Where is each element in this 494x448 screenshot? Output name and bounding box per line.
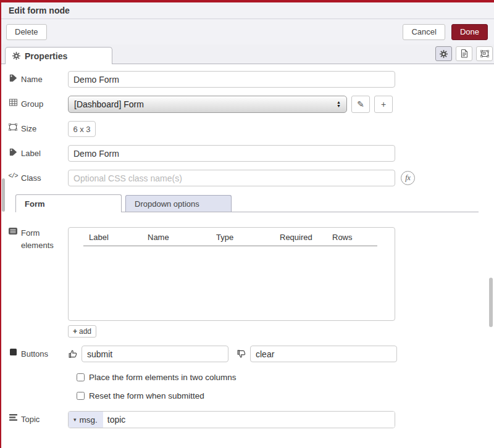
chevron-down-icon: ▾: [73, 417, 77, 423]
layout-view-button[interactable]: [476, 46, 493, 61]
properties-view-button[interactable]: [435, 46, 452, 61]
tab-properties-label: Properties: [25, 51, 67, 61]
square-icon: [9, 349, 17, 355]
subtab-form[interactable]: Form: [15, 194, 122, 212]
tag-icon: [9, 74, 17, 82]
two-columns-checkbox[interactable]: [77, 373, 85, 381]
delete-button[interactable]: Delete: [6, 24, 47, 40]
topic-type-selector[interactable]: ▾ msg.: [69, 412, 103, 428]
object-group-icon: [480, 50, 489, 57]
gear-icon: [12, 52, 20, 60]
edit-group-button[interactable]: ✎: [351, 96, 370, 113]
tab-properties[interactable]: Properties: [5, 47, 112, 64]
field-row-name: Name: [9, 71, 494, 88]
dialog-button-bar: Delete Cancel Done: [0, 19, 494, 44]
column-header: Required: [280, 233, 332, 242]
option-two-columns: Place the form elements in two columns: [77, 373, 494, 382]
thumbs-down-icon: [237, 349, 247, 359]
buttons-label: Buttons: [9, 348, 68, 360]
group-selected-option: [Dashboard] Form: [74, 99, 144, 109]
doc-icon: [461, 49, 468, 58]
topic-typed-input: ▾ msg.: [68, 411, 395, 428]
group-select[interactable]: [Dashboard] Form ▲▼: [68, 96, 347, 113]
column-header: Rows: [332, 233, 369, 242]
topic-type-label: msg.: [80, 415, 98, 425]
table-icon: [9, 99, 17, 106]
topic-input[interactable]: [103, 412, 395, 428]
form-elements-label: Form elements: [9, 227, 68, 251]
label-label: Label: [9, 147, 68, 160]
reset-on-submit-checkbox[interactable]: [77, 392, 85, 400]
field-row-class: </> Class fx: [9, 170, 494, 186]
tab-toolbar: [435, 46, 493, 61]
topic-label: Topic: [9, 413, 68, 426]
done-button[interactable]: Done: [451, 24, 488, 40]
tag-icon: [9, 148, 17, 156]
clear-button-label-input[interactable]: [250, 346, 397, 362]
size-label: Size: [9, 123, 68, 135]
class-label: </> Class: [9, 172, 68, 185]
dialog-title: Edit form node: [0, 2, 494, 19]
form-elements-editor: Label Name Type Required Rows + add: [68, 227, 395, 338]
submit-button-label-input[interactable]: [82, 346, 228, 362]
column-header: Type: [216, 233, 280, 242]
column-header: Name: [148, 233, 216, 242]
option-reset-on-submit: Reset the form when submitted: [77, 391, 494, 400]
properties-panel: Name Group [Dashboard] Form ▲▼ ✎ + Size …: [0, 64, 494, 428]
thumbs-up-icon: [68, 349, 78, 359]
plus-icon: +: [73, 327, 77, 336]
class-input[interactable]: [68, 170, 395, 186]
select-arrows-icon: ▲▼: [337, 101, 341, 108]
subtab-dropdown-options[interactable]: Dropdown options: [125, 195, 232, 212]
vertical-scrollbar-thumb[interactable]: [489, 278, 493, 327]
plus-icon: +: [381, 99, 386, 109]
group-label: Group: [9, 98, 68, 110]
column-header: Label: [89, 233, 148, 242]
tray-resize-grip[interactable]: [2, 178, 5, 212]
field-row-label: Label: [9, 145, 494, 162]
reset-on-submit-label: Reset the form when submitted: [89, 391, 204, 400]
gear-icon: [440, 50, 448, 58]
field-row-buttons: Buttons: [9, 346, 494, 362]
size-value-button[interactable]: 6 x 3: [68, 121, 96, 137]
label-input[interactable]: [68, 145, 395, 162]
tray-left-accent-border: [0, 0, 1, 448]
description-view-button[interactable]: [456, 46, 472, 61]
field-row-topic: Topic ▾ msg.: [9, 411, 494, 428]
form-subtab-bar: Form Dropdown options: [15, 194, 479, 212]
name-input[interactable]: [68, 71, 395, 88]
cancel-button[interactable]: Cancel: [403, 24, 445, 40]
add-group-button[interactable]: +: [374, 96, 393, 113]
list-alt-icon: [9, 228, 17, 234]
editor-tab-bar: Properties: [0, 44, 494, 64]
tasks-icon: [9, 414, 17, 421]
add-element-button[interactable]: + add: [68, 325, 96, 338]
code-icon: </>: [9, 173, 17, 180]
form-elements-table-header: Label Name Type Required Rows: [83, 228, 377, 246]
two-columns-label: Place the form elements in two columns: [89, 373, 237, 382]
form-elements-table[interactable]: Label Name Type Required Rows: [68, 227, 395, 321]
object-group-icon: [9, 123, 17, 131]
field-row-form-elements: Form elements Label Name Type Required R…: [9, 227, 494, 338]
pencil-icon: ✎: [357, 99, 364, 109]
expression-fx-button[interactable]: fx: [401, 171, 415, 185]
field-row-size: Size 6 x 3: [9, 121, 494, 137]
field-row-group: Group [Dashboard] Form ▲▼ ✎ +: [9, 96, 494, 113]
name-label: Name: [9, 73, 68, 86]
